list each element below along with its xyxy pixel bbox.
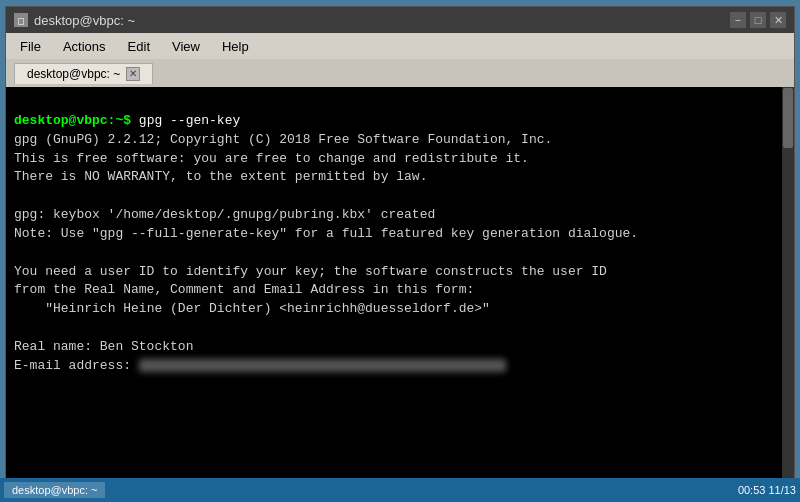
title-bar: □ desktop@vbpc: ~ − □ ✕ <box>6 7 794 33</box>
terminal-scrollbar[interactable] <box>782 87 794 495</box>
title-bar-controls: − □ ✕ <box>730 12 786 28</box>
output-line13: E-mail address: <box>14 358 139 373</box>
output-line6: Note: Use "gpg --full-generate-key" for … <box>14 226 638 241</box>
window-icon-symbol: □ <box>18 15 24 26</box>
menu-view[interactable]: View <box>162 37 210 56</box>
terminal-window: □ desktop@vbpc: ~ − □ ✕ File Actions Edi… <box>5 6 795 496</box>
title-bar-left: □ desktop@vbpc: ~ <box>14 13 135 28</box>
taskbar-clock: 00:53 11/13 <box>738 484 796 496</box>
command-text: gpg --gen-key <box>131 113 240 128</box>
menu-bar: File Actions Edit View Help <box>6 33 794 59</box>
prompt: desktop@vbpc:~$ <box>14 113 131 128</box>
output-line10: "Heinrich Heine (Der Dichter) <heinrichh… <box>14 301 490 316</box>
output-line12: Real name: Ben Stockton <box>14 339 193 354</box>
tab-label: desktop@vbpc: ~ <box>27 67 120 81</box>
terminal-output: desktop@vbpc:~$ gpg --gen-key gpg (GnuPG… <box>14 93 786 395</box>
maximize-button[interactable]: □ <box>750 12 766 28</box>
scrollbar-thumb[interactable] <box>783 88 793 148</box>
tab-bar: desktop@vbpc: ~ ✕ <box>6 59 794 87</box>
menu-actions[interactable]: Actions <box>53 37 116 56</box>
terminal-tab[interactable]: desktop@vbpc: ~ ✕ <box>14 63 153 84</box>
window-icon: □ <box>14 13 28 27</box>
window-title: desktop@vbpc: ~ <box>34 13 135 28</box>
email-blurred <box>139 359 506 372</box>
output-line8: You need a user ID to identify your key;… <box>14 264 607 279</box>
output-line3: There is NO WARRANTY, to the extent perm… <box>14 169 427 184</box>
tab-close-button[interactable]: ✕ <box>126 67 140 81</box>
terminal-area[interactable]: desktop@vbpc:~$ gpg --gen-key gpg (GnuPG… <box>6 87 794 495</box>
menu-edit[interactable]: Edit <box>118 37 160 56</box>
close-button[interactable]: ✕ <box>770 12 786 28</box>
taskbar: desktop@vbpc: ~ 00:53 11/13 <box>0 478 800 502</box>
taskbar-window-item[interactable]: desktop@vbpc: ~ <box>4 482 105 498</box>
menu-help[interactable]: Help <box>212 37 259 56</box>
menu-file[interactable]: File <box>10 37 51 56</box>
output-line9: from the Real Name, Comment and Email Ad… <box>14 282 474 297</box>
minimize-button[interactable]: − <box>730 12 746 28</box>
taskbar-item-label: desktop@vbpc: ~ <box>12 484 97 496</box>
output-line5: gpg: keybox '/home/desktop/.gnupg/pubrin… <box>14 207 435 222</box>
output-line2: This is free software: you are free to c… <box>14 151 529 166</box>
output-line1: gpg (GnuPG) 2.2.12; Copyright (C) 2018 F… <box>14 132 552 147</box>
